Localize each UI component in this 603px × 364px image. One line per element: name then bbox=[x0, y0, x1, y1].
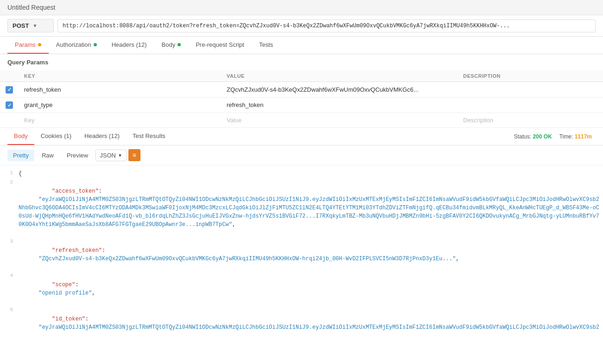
json-val-access-token: "eyJraWQiOiJiNjA4MTM0ZS03NjgzLTRmMTQtOTQ… bbox=[19, 196, 599, 228]
row2-checkbox[interactable] bbox=[6, 101, 13, 109]
line-num-2: 2 bbox=[0, 179, 19, 185]
line-num-3: 3 bbox=[0, 238, 19, 244]
authorization-dot bbox=[94, 43, 97, 46]
json-key-refresh-token: "refresh_token" bbox=[52, 247, 102, 254]
line-num-1: 1 bbox=[0, 169, 19, 176]
value-placeholder-text: Value bbox=[227, 117, 241, 124]
json-key-scope: "scope" bbox=[52, 282, 75, 288]
tab-params[interactable]: Params bbox=[7, 37, 49, 54]
page-title: Untitled Request bbox=[7, 4, 56, 11]
col-header-description: DESCRIPTION bbox=[457, 70, 603, 82]
row1-key[interactable]: refresh_token bbox=[19, 82, 221, 98]
row2-check-cell bbox=[0, 97, 19, 113]
params-dot bbox=[38, 43, 41, 46]
title-bar: Untitled Request bbox=[0, 0, 603, 15]
json-key-access-token: "access_token" bbox=[52, 188, 99, 195]
query-params-label: Query Params bbox=[7, 59, 48, 66]
json-line-1: 1 { bbox=[0, 169, 603, 178]
status-area: Status: 200 OK Time: 1117m bbox=[514, 133, 596, 140]
tab-body[interactable]: Body bbox=[154, 37, 189, 54]
tab-headers[interactable]: Headers (12) bbox=[104, 37, 154, 54]
line-num-5: 5 bbox=[0, 307, 19, 313]
json-label: JSON bbox=[100, 152, 116, 159]
raw-button[interactable]: Raw bbox=[36, 150, 59, 161]
row2-description[interactable] bbox=[457, 97, 603, 113]
json-line-4: 4 "scope": "openid profile", bbox=[0, 272, 603, 306]
tab-response-headers[interactable]: Headers (12) bbox=[78, 128, 126, 145]
tab-test-results-label: Test Results bbox=[133, 132, 165, 139]
tab-tests-label: Tests bbox=[259, 41, 273, 48]
preview-button[interactable]: Preview bbox=[61, 150, 94, 161]
tab-response-body[interactable]: Body bbox=[7, 128, 34, 145]
url-input[interactable]: http://localhost:8088/api/oauth2/token?r… bbox=[57, 19, 596, 32]
row3-check-cell bbox=[0, 113, 19, 128]
tab-cookies-label: Cookies (1) bbox=[41, 132, 71, 139]
status-label: Status: 200 OK bbox=[514, 133, 552, 140]
row3-description-placeholder[interactable]: Description bbox=[457, 113, 603, 128]
tab-prerequest-label: Pre-request Script bbox=[196, 41, 244, 48]
table-row: grant_type refresh_token bbox=[0, 97, 603, 113]
line-content-1: { bbox=[19, 169, 603, 178]
tab-prerequest[interactable]: Pre-request Script bbox=[188, 37, 252, 54]
row2-value[interactable]: refresh_token bbox=[221, 97, 457, 113]
json-line-2: 2 "access_token": "eyJraWQiOiJiNjA4MTM0Z… bbox=[0, 178, 603, 238]
row3-value-placeholder[interactable]: Value bbox=[221, 113, 457, 128]
method-dropdown[interactable]: POST ▼ bbox=[7, 19, 54, 32]
json-output-area[interactable]: 1 { 2 "access_token": "eyJraWQiOiJiNjA4M… bbox=[0, 165, 603, 330]
json-val-id-token: "eyJraWQiOiJiNjA4MTM0ZS03NjgzLTRmMTQtOTQ… bbox=[19, 324, 599, 330]
top-tabs-bar: Params Authorization Headers (12) Body P… bbox=[0, 37, 603, 54]
tab-authorization[interactable]: Authorization bbox=[49, 37, 104, 54]
bottom-tabs-left: Body Cookies (1) Headers (12) Test Resul… bbox=[7, 128, 172, 145]
time-label: Time: 1117m bbox=[559, 133, 592, 140]
col-header-key: KEY bbox=[19, 70, 221, 82]
row1-checkbox[interactable] bbox=[6, 86, 13, 94]
status-value: 200 OK bbox=[533, 133, 552, 140]
line-content-5: "id_token": "eyJraWQiOiJiNjA4MTM0ZS03Njg… bbox=[19, 307, 603, 330]
row3-key-placeholder[interactable]: Key bbox=[19, 113, 221, 128]
json-line-5: 5 "id_token": "eyJraWQiOiJiNjA4MTM0ZS03N… bbox=[0, 306, 603, 330]
query-params-section: Query Params bbox=[0, 54, 603, 70]
wrap-icon[interactable]: ≡ bbox=[128, 149, 140, 161]
line-content-4: "scope": "openid profile", bbox=[19, 272, 603, 306]
bottom-tabs-bar: Body Cookies (1) Headers (12) Test Resul… bbox=[0, 128, 603, 145]
tab-body-label: Body bbox=[162, 41, 176, 48]
tab-headers-label: Headers (12) bbox=[112, 41, 147, 48]
table-row: refresh_token ZQcvhZJxud0V-s4-b3KeQx2ZDw… bbox=[0, 82, 603, 98]
body-dot bbox=[178, 43, 181, 46]
pretty-button[interactable]: Pretty bbox=[7, 150, 34, 161]
tab-cookies[interactable]: Cookies (1) bbox=[34, 128, 78, 145]
params-table: KEY VALUE DESCRIPTION refresh_token ZQcv… bbox=[0, 70, 603, 128]
col-header-check bbox=[0, 70, 19, 82]
json-val-refresh-token: "ZQcvhZJxud0V-s4-b3KeQx2ZDwahf6wXFwUm09O… bbox=[38, 256, 456, 262]
key-placeholder-text: Key bbox=[24, 117, 34, 124]
url-bar: POST ▼ http://localhost:8088/api/oauth2/… bbox=[0, 15, 603, 37]
tab-response-headers-label: Headers (12) bbox=[84, 132, 120, 139]
table-row: Key Value Description bbox=[0, 113, 603, 128]
time-value: 1117m bbox=[575, 133, 592, 140]
line-content-2: "access_token": "eyJraWQiOiJiNjA4MTM0ZS0… bbox=[19, 179, 603, 237]
json-key-id-token: "id_token" bbox=[52, 316, 85, 322]
json-line-3: 3 "refresh_token": "ZQcvhZJxud0V-s4-b3Ke… bbox=[0, 238, 603, 272]
json-val-scope: "openid profile" bbox=[38, 290, 92, 296]
line-num-4: 4 bbox=[0, 272, 19, 278]
row1-check-cell bbox=[0, 82, 19, 98]
json-dropdown[interactable]: JSON ▼ bbox=[95, 150, 127, 161]
tab-authorization-label: Authorization bbox=[56, 41, 91, 48]
line-content-3: "refresh_token": "ZQcvhZJxud0V-s4-b3KeQx… bbox=[19, 238, 603, 271]
row1-value[interactable]: ZQcvhZJxud0V-s4-b3KeQx2ZDwahf6wXFwUm09Ox… bbox=[221, 82, 457, 98]
format-toolbar: Pretty Raw Preview JSON ▼ ≡ bbox=[0, 145, 603, 165]
tab-tests[interactable]: Tests bbox=[252, 37, 280, 54]
tab-response-body-label: Body bbox=[14, 132, 28, 139]
tab-params-label: Params bbox=[15, 41, 36, 48]
row2-key[interactable]: grant_type bbox=[19, 97, 221, 113]
chevron-down-icon: ▼ bbox=[32, 23, 37, 28]
chevron-down-icon: ▼ bbox=[118, 153, 122, 158]
tab-test-results[interactable]: Test Results bbox=[126, 128, 172, 145]
col-header-value: VALUE bbox=[221, 70, 457, 82]
row1-description[interactable] bbox=[457, 82, 603, 98]
description-placeholder-text: Description bbox=[463, 117, 493, 124]
method-label: POST bbox=[13, 22, 29, 29]
